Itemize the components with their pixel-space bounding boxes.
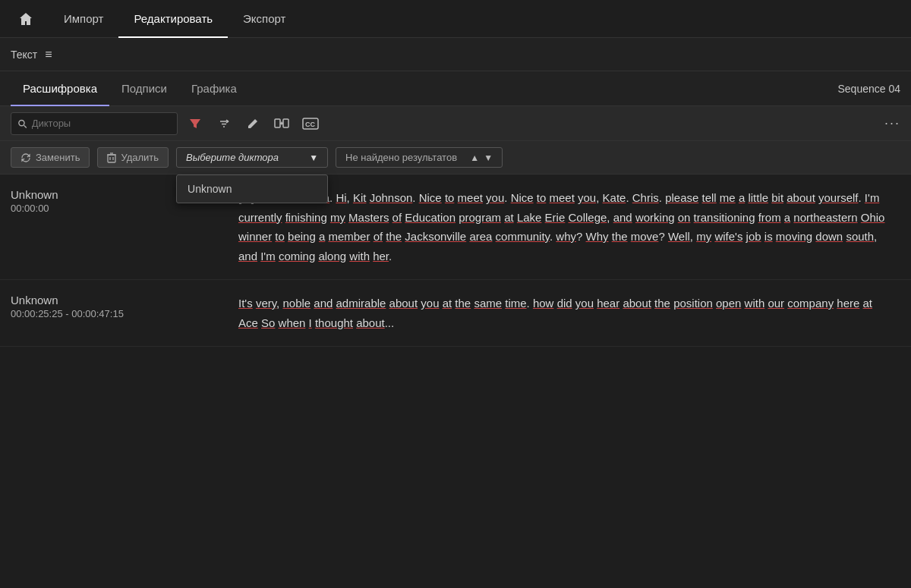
underlined-word[interactable]: and: [613, 211, 632, 224]
underlined-word[interactable]: the: [612, 230, 628, 243]
underlined-word[interactable]: coming: [279, 250, 315, 263]
underlined-word[interactable]: I'm: [260, 250, 276, 263]
underlined-word[interactable]: Ace: [238, 316, 258, 329]
search-input[interactable]: [32, 118, 171, 129]
underlined-word[interactable]: when: [279, 316, 306, 329]
underlined-word[interactable]: from: [758, 211, 781, 224]
nav-export[interactable]: Экспорт: [228, 0, 301, 38]
underlined-word[interactable]: very: [256, 297, 276, 310]
underlined-word[interactable]: northeastern: [793, 211, 857, 224]
underlined-word[interactable]: of: [374, 230, 383, 243]
underlined-word[interactable]: position: [673, 297, 713, 310]
underlined-word[interactable]: Kit: [353, 191, 367, 204]
underlined-word[interactable]: hear: [597, 297, 619, 310]
filter-button[interactable]: [184, 112, 206, 135]
speaker-dropdown-button[interactable]: Выберите диктора ▼: [176, 147, 328, 168]
underlined-word[interactable]: meet: [550, 191, 575, 204]
underlined-word[interactable]: time: [505, 297, 526, 310]
underlined-word[interactable]: and: [314, 297, 333, 310]
underlined-word[interactable]: Jacksonville: [405, 230, 466, 243]
underlined-word[interactable]: So: [261, 316, 275, 329]
merge-button[interactable]: [270, 112, 293, 135]
underlined-word[interactable]: Kate: [603, 191, 626, 204]
underlined-word[interactable]: Masters: [348, 211, 389, 224]
underlined-word[interactable]: member: [328, 230, 370, 243]
more-options-button[interactable]: ···: [884, 115, 900, 131]
underlined-word[interactable]: bit: [771, 191, 783, 204]
underlined-word[interactable]: the: [455, 297, 471, 310]
underlined-word[interactable]: moving: [776, 230, 812, 243]
underlined-word[interactable]: I: [309, 316, 312, 329]
underlined-word[interactable]: with: [745, 297, 765, 310]
underlined-word[interactable]: same: [474, 297, 502, 310]
underlined-word[interactable]: admirable: [336, 297, 386, 310]
underlined-word[interactable]: about: [786, 191, 815, 204]
underlined-word[interactable]: Why: [586, 230, 609, 243]
underlined-word[interactable]: area: [469, 230, 492, 243]
underlined-word[interactable]: job: [746, 230, 761, 243]
underlined-word[interactable]: to: [445, 191, 455, 204]
underlined-word[interactable]: is: [764, 230, 773, 243]
underlined-word[interactable]: our: [768, 297, 784, 310]
underlined-word[interactable]: Education: [405, 211, 456, 224]
underlined-word[interactable]: of: [392, 211, 402, 224]
delete-button[interactable]: Удалить: [97, 147, 169, 168]
underlined-word[interactable]: wife's: [714, 230, 742, 243]
underlined-word[interactable]: community: [496, 230, 550, 243]
sort-button[interactable]: [213, 112, 235, 135]
underlined-word[interactable]: Johnson: [370, 191, 413, 204]
home-button[interactable]: [12, 5, 39, 33]
underlined-word[interactable]: noble: [282, 297, 310, 310]
underlined-word[interactable]: me: [720, 191, 736, 204]
underlined-word[interactable]: currently: [238, 211, 282, 224]
search-input-wrap[interactable]: [11, 112, 178, 135]
dropdown-option-unknown[interactable]: Unknown: [177, 175, 327, 203]
underlined-word[interactable]: company: [787, 297, 834, 310]
underlined-word[interactable]: on: [678, 211, 691, 224]
underlined-word[interactable]: the: [386, 230, 402, 243]
underlined-word[interactable]: College: [568, 211, 607, 224]
replace-button[interactable]: Заменить: [11, 147, 90, 168]
underlined-word[interactable]: why: [556, 230, 576, 243]
underlined-word[interactable]: at: [504, 211, 514, 224]
underlined-word[interactable]: about: [389, 297, 418, 310]
underlined-word[interactable]: Chris: [632, 191, 659, 204]
edit-button[interactable]: [241, 112, 264, 135]
cc-button[interactable]: CC: [299, 112, 322, 135]
underlined-word[interactable]: about: [356, 316, 385, 329]
underlined-word[interactable]: about: [623, 297, 651, 310]
underlined-word[interactable]: down: [815, 230, 843, 243]
underlined-word[interactable]: please: [665, 191, 698, 204]
next-result-button[interactable]: ▼: [484, 153, 493, 163]
underlined-word[interactable]: to: [275, 230, 285, 243]
underlined-word[interactable]: the: [654, 297, 670, 310]
underlined-word[interactable]: to: [537, 191, 547, 204]
underlined-word[interactable]: my: [696, 230, 711, 243]
underlined-word[interactable]: Lake: [517, 211, 542, 224]
underlined-word[interactable]: Hi: [336, 191, 346, 204]
underlined-word[interactable]: along: [318, 250, 346, 263]
underlined-word[interactable]: thought: [315, 316, 353, 329]
transcript-text[interactable]: [...] Hi, Cassandra. Hi, Kit Johnson. Ni…: [238, 188, 885, 266]
underlined-word[interactable]: Nice: [511, 191, 534, 204]
underlined-word[interactable]: a: [784, 211, 790, 224]
tab-subtitles[interactable]: Подписи: [109, 71, 179, 106]
toolbar-menu-icon[interactable]: ≡: [45, 48, 52, 61]
underlined-word[interactable]: did: [557, 297, 572, 310]
tab-transcription[interactable]: Расшифровка: [11, 71, 109, 106]
underlined-word[interactable]: south: [846, 230, 874, 243]
underlined-word[interactable]: Well: [668, 230, 690, 243]
underlined-word[interactable]: move: [631, 230, 659, 243]
underlined-word[interactable]: Nice: [419, 191, 442, 204]
underlined-word[interactable]: a: [319, 230, 325, 243]
underlined-word[interactable]: meet: [458, 191, 483, 204]
underlined-word[interactable]: at: [443, 297, 452, 310]
underlined-word[interactable]: you: [486, 191, 504, 204]
underlined-word[interactable]: here: [837, 297, 859, 310]
underlined-word[interactable]: It's: [238, 297, 253, 310]
underlined-word[interactable]: winner: [238, 230, 272, 243]
underlined-word[interactable]: at: [863, 297, 873, 310]
nav-import[interactable]: Импорт: [49, 0, 118, 38]
underlined-word[interactable]: you: [578, 191, 596, 204]
nav-edit[interactable]: Редактировать: [118, 0, 228, 38]
